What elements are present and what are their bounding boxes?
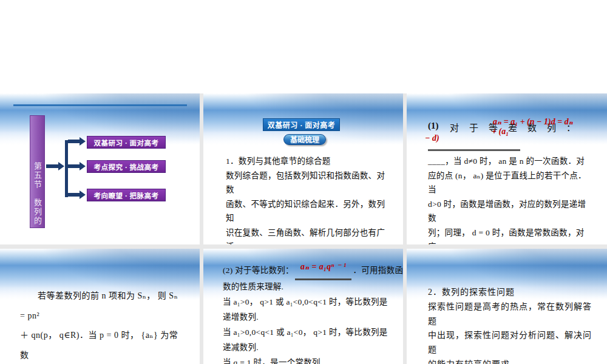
slide-panel-exploratory: 2．数列的探索性问题 探索性问题是高考的热点，常在数列解答题 中出现，探索性问题… xyxy=(407,249,607,364)
text-line: 2．数列的探索性问题 xyxy=(428,285,592,300)
text-line: 识在复数、三角函数、解析几何部分也有广泛 xyxy=(226,226,387,245)
arrow-right-icon xyxy=(68,164,80,168)
arrow-right-icon xyxy=(46,164,58,168)
text-line: 1．数列与其他章节的综合题 xyxy=(226,154,387,169)
blank-underline: aₙ = a₁qⁿ ⁻ ¹ xyxy=(295,263,351,280)
bracket-line xyxy=(65,140,68,197)
fill-blank-line: (2) 对于等比数列：aₙ = a₁qⁿ ⁻ ¹．可用指数函数 xyxy=(223,263,399,280)
text-line: 数的性质来理解. xyxy=(223,279,396,294)
item-prefix: (2) 对于等比数列： xyxy=(223,266,294,275)
text-line: 数列综合题，包括数列知识和指数函数、对数 xyxy=(226,169,387,197)
arrow-right-icon xyxy=(68,193,80,197)
text-line: 若等差数列的前 n 项和为 Sₙ， 则 Sₙ = pn² xyxy=(20,286,185,326)
answer-formula: aₙ = a₁qⁿ ⁻ ¹ xyxy=(300,262,346,271)
slide-panel-arithmetic: (1) 对于等差数列： aₙ = a₁ + (n − 1)d = dₙ + (a… xyxy=(407,93,607,244)
nav-button-shuangji[interactable]: 双基研习 · 面对高考 xyxy=(87,136,166,149)
slide-preview-page: 第五节 数列的综合 双基研习 · 面对高考 考点探究 · 挑战高考 考向瞭望 ·… xyxy=(0,0,607,364)
blank-underline xyxy=(428,149,520,151)
text-line: ____，当 d≠0 时， an 是 n 的一次函数．对 xyxy=(428,154,591,169)
arrow-right-icon xyxy=(68,140,80,143)
body-text-block: 1．数列与其他章节的综合题 数列综合题，包括数列知识和指数函数、对数 函数、不等… xyxy=(226,154,387,244)
section-label: 第五节 数列的综合 xyxy=(32,162,42,226)
slide-panel-geometric: (2) 对于等比数列：aₙ = a₁qⁿ ⁻ ¹．可用指数函数 数的性质来理解.… xyxy=(203,249,403,364)
slide-panel-basics-intro: 双基研习 · 面对高考 基础梳理 1．数列与其他章节的综合题 数列综合题，包括数… xyxy=(203,93,403,244)
answer-formula-line2: + (a₁ xyxy=(492,127,509,136)
text-line: 中出现，探索性问题对分析问题、解决问题 xyxy=(428,328,592,357)
text-line: 当 a₁>0,0<q<1 或 a₁<0， q>1 时，等比数列是 xyxy=(223,325,396,340)
answer-formula-line1: aₙ = a₁ + (n − 1)d = dₙ xyxy=(493,116,573,127)
text-line: 列；同理， d = 0 时，函数是常数函数，对应 xyxy=(428,226,591,245)
item-number: (1) xyxy=(428,121,439,131)
slide-grid: 第五节 数列的综合 双基研习 · 面对高考 考点探究 · 挑战高考 考向瞭望 ·… xyxy=(0,93,607,364)
slide-panel-title: 第五节 数列的综合 双基研习 · 面对高考 考点探究 · 挑战高考 考向瞭望 ·… xyxy=(0,93,200,244)
section-header-button[interactable]: 双基研习 · 面对高考 xyxy=(263,118,340,131)
nav-button-kaoxiang[interactable]: 考向瞭望 · 把脉高考 xyxy=(87,189,166,201)
text-line: 递增数列. xyxy=(223,309,396,325)
text-line: 当 a₁>0， q>1 或 a₁<0,0<q<1 时，等比数列是 xyxy=(223,294,396,309)
text-line: d>0 时，函数是增函数，对应的数列是递增数 xyxy=(428,197,591,226)
text-line: 递减数列. xyxy=(223,340,396,355)
answer-formula-line3: − d) xyxy=(425,133,439,143)
text-line: 当 q = 1 时，是一个常数列. xyxy=(223,355,396,364)
body-text-block: ____，当 d≠0 时， an 是 n 的一次函数．对 应的点 (n， aₙ)… xyxy=(428,154,591,244)
line-suffix: ．可用指数函数 xyxy=(353,266,403,275)
body-text-block: 数的性质来理解. 当 a₁>0， q>1 或 a₁<0,0<q<1 时，等比数列… xyxy=(223,279,396,364)
text-line: 应的点 (n， aₙ) 是位于直线上的若干个点．当 xyxy=(428,169,591,197)
text-line: 函数、不等式的知识综合起来．另外，数列知 xyxy=(226,197,387,226)
slide-panel-sum-formula: 若等差数列的前 n 项和为 Sₙ， 则 Sₙ = pn² ＋ qn(p， q∈R… xyxy=(0,249,200,364)
text-line: ＋ qn(p， q∈R)．当 p = 0 时， {aₙ} 为常数 xyxy=(20,326,185,364)
text-line: 探索性问题是高考的热点，常在数列解答题 xyxy=(428,300,592,329)
basics-badge[interactable]: 基础梳理 xyxy=(283,134,326,145)
body-text-block: 2．数列的探索性问题 探索性问题是高考的热点，常在数列解答题 中出现，探索性问题… xyxy=(428,285,592,364)
body-text-block: 若等差数列的前 n 项和为 Sₙ， 则 Sₙ = pn² ＋ qn(p， q∈R… xyxy=(20,286,185,364)
text-line: 的能力有较高的要求. xyxy=(428,357,592,364)
nav-button-kaodian[interactable]: 考点探究 · 挑战高考 xyxy=(87,160,166,173)
section-sidebar: 第五节 数列的综合 xyxy=(30,115,45,228)
title-divider-line xyxy=(13,104,187,106)
